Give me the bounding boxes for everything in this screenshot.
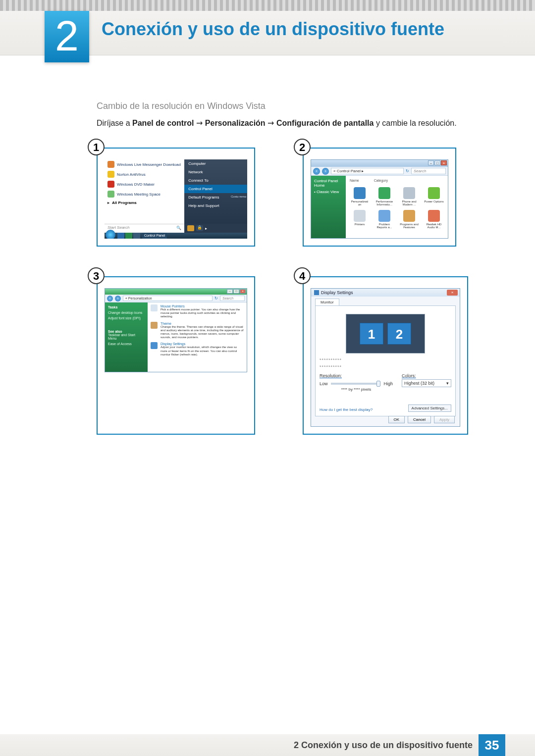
slider-thumb[interactable] <box>376 381 380 387</box>
resolution-slider[interactable]: Low High <box>320 381 393 386</box>
explorer-navbar: ‹ › « Personalization ↻ Search <box>105 295 247 302</box>
monitor-2[interactable]: 2 <box>387 323 411 345</box>
monitor-preview: 1 2 <box>346 314 425 353</box>
personalization-entry[interactable]: Mouse PointersPick a different mouse poi… <box>151 304 244 319</box>
slider-track[interactable] <box>331 383 381 385</box>
entry-description: Change the theme. Themes can change a wi… <box>160 325 244 340</box>
lock-button-icon[interactable]: 🔒 <box>196 225 203 231</box>
step-badge-1: 1 <box>88 139 105 155</box>
forward-button-icon[interactable]: › <box>115 296 121 302</box>
page-number: 35 <box>479 734 505 756</box>
search-icon: 🔍 <box>176 226 181 230</box>
screenshot-start-menu: Windows Live Messenger DownloadNorton An… <box>105 159 247 239</box>
page-content: Cambio de la resolución en Windows Vista… <box>97 101 488 435</box>
control-panel-item[interactable]: Personalizati on <box>350 187 370 206</box>
maximize-button[interactable]: □ <box>233 289 239 294</box>
slider-high-label: High <box>383 381 393 386</box>
control-panel-item[interactable]: Phone and Modem ... <box>399 187 419 206</box>
chapter-number-badge: 2 <box>45 11 89 62</box>
start-orb-icon[interactable] <box>106 230 115 239</box>
personalization-entry[interactable]: Display SettingsAdjust your monitor reso… <box>151 342 244 356</box>
entry-title: Mouse Pointers <box>160 304 244 308</box>
slider-low-label: Low <box>320 381 328 386</box>
path-configuracion-de-pantalla: Configuración de pantalla <box>276 119 374 127</box>
start-menu-item-label: Windows Live Messenger Download <box>117 162 181 167</box>
advanced-settings-button[interactable]: Advanced Settings... <box>408 404 451 412</box>
colors-dropdown[interactable]: Highest (32 bit) ▾ <box>402 379 451 387</box>
tab-monitor[interactable]: Monitor <box>315 299 339 305</box>
entry-icon <box>151 322 158 329</box>
cp-icon <box>378 210 390 222</box>
close-button[interactable]: × <box>447 290 458 296</box>
all-programs-item[interactable]: ▸ All Programs <box>105 199 184 206</box>
start-right-item[interactable]: Help and Support <box>184 202 247 210</box>
monitor-1[interactable]: 1 <box>360 323 383 345</box>
start-menu-item[interactable]: Norton AntiVirus <box>105 169 184 179</box>
breadcrumb[interactable]: « Personalization <box>123 296 213 301</box>
dialog-title: Display Settings <box>321 290 353 295</box>
start-menu-item[interactable]: Windows Live Messenger Download <box>105 159 184 169</box>
cp-icon <box>354 187 366 199</box>
control-panel-item[interactable]: Printers <box>350 210 370 229</box>
search-input[interactable]: Search <box>220 296 245 301</box>
minimize-button[interactable]: – <box>227 289 233 294</box>
start-right-item[interactable]: Control Panel <box>184 185 247 193</box>
refresh-icon[interactable]: ↻ <box>214 296 218 301</box>
cp-icon <box>428 187 440 199</box>
tasks-heading: Tasks <box>108 305 145 309</box>
side-link-classic[interactable]: • Classic View <box>314 190 343 194</box>
task-link[interactable]: Adjust font size (DPI) <box>108 316 145 320</box>
control-panel-item[interactable]: Realtek HD Audio M... <box>424 210 444 229</box>
ok-button[interactable]: OK <box>388 416 405 423</box>
control-panel-item[interactable]: Programs and Features <box>399 210 419 229</box>
placeholder-text: ********** <box>320 357 451 362</box>
start-search-box[interactable]: Start Search 🔍 <box>105 224 184 233</box>
start-right-item[interactable]: Default ProgramsCusto remo <box>184 193 247 202</box>
start-right-item[interactable]: Computer <box>184 159 247 168</box>
chevron-down-icon: ▾ <box>446 381 449 386</box>
back-button-icon[interactable]: ‹ <box>313 168 320 175</box>
refresh-icon[interactable]: ↻ <box>406 169 409 173</box>
taskbar-item-icon[interactable] <box>133 233 140 239</box>
control-panel-item[interactable]: Problem Reports a... <box>374 210 394 229</box>
back-button-icon[interactable]: ‹ <box>107 296 113 302</box>
taskbar-control-panel[interactable]: Control Panel <box>142 233 167 239</box>
cp-item-label: Printers <box>350 223 370 226</box>
step-badge-3: 3 <box>88 267 105 284</box>
app-icon <box>107 161 114 168</box>
seealso-link[interactable]: Taskbar and Start Menu <box>108 333 145 340</box>
start-menu-item[interactable]: Windows DVD Maker <box>105 179 184 189</box>
footer-label: 2 Conexión y uso de un dispositivo fuent… <box>294 740 479 751</box>
cancel-button[interactable]: Cancel <box>408 416 431 423</box>
maximize-button[interactable]: □ <box>434 160 440 165</box>
taskbar-ie-icon[interactable] <box>117 233 124 239</box>
cp-icon <box>354 210 366 222</box>
cp-item-label: Performance Informatio... <box>374 200 394 206</box>
cp-item-label: Power Options <box>424 200 444 203</box>
help-link[interactable]: How do I get the best display? <box>320 407 373 412</box>
personalization-entry[interactable]: ThemeChange the theme. Themes can change… <box>151 322 244 340</box>
screenshot-display-settings: Display Settings × Monitor 1 2 *********… <box>311 288 460 427</box>
breadcrumb[interactable]: « Control Panel ▸ <box>331 168 404 174</box>
col-name: Name <box>350 179 359 182</box>
control-panel-item[interactable]: Power Options <box>424 187 444 206</box>
search-input[interactable]: Search <box>411 168 446 174</box>
start-right-item[interactable]: Network <box>184 168 247 176</box>
monitor-panel: 1 2 ********** ********** Resolution: Lo… <box>315 305 456 416</box>
chevron-right-icon[interactable]: ▸ <box>205 226 207 231</box>
forward-button-icon[interactable]: › <box>322 168 329 175</box>
minimize-button[interactable]: – <box>428 160 434 165</box>
control-panel-item[interactable]: Performance Informatio... <box>374 187 394 206</box>
apply-button[interactable]: Apply <box>434 416 455 423</box>
cp-icon <box>378 187 390 199</box>
seealso-link[interactable]: Ease of Access <box>108 342 145 346</box>
close-button[interactable]: × <box>240 289 246 294</box>
power-button-icon[interactable] <box>187 225 194 231</box>
start-menu-item[interactable]: Windows Meeting Space <box>105 189 184 199</box>
task-link[interactable]: Change desktop icons <box>108 311 145 314</box>
close-button[interactable]: × <box>441 160 447 165</box>
taskbar-wmp-icon[interactable] <box>125 233 132 239</box>
side-link-home[interactable]: Control Panel Home <box>314 179 343 188</box>
start-right-item[interactable]: Connect To <box>184 176 247 185</box>
window-titlebar: – □ × <box>105 289 247 295</box>
